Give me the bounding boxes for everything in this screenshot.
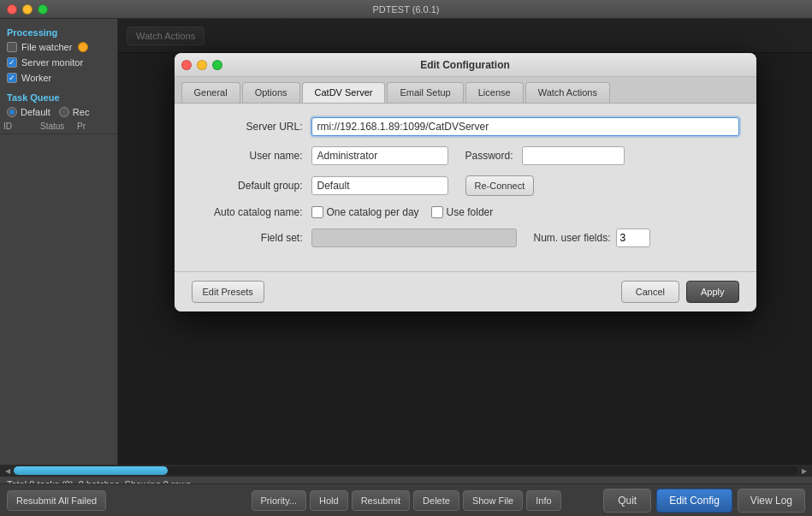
auto-catalog-row: Auto catalog name: One catalog per day U…: [192, 206, 739, 218]
close-button[interactable]: [7, 4, 17, 15]
edit-config-button[interactable]: Edit Config: [656, 489, 732, 513]
quit-button[interactable]: Quit: [603, 489, 651, 513]
footer-right: Quit Edit Config View Log: [603, 489, 805, 513]
dialog-minimize-button[interactable]: [197, 60, 207, 70]
scrollbar-thumb[interactable]: [14, 466, 168, 475]
task-queue-section-label: Task Queue: [0, 86, 117, 105]
checkbox-group: One catalog per day Use folder: [311, 206, 494, 218]
one-catalog-checkbox[interactable]: [311, 206, 323, 218]
tab-license[interactable]: License: [465, 82, 524, 103]
queue-col-pr: Pr: [77, 122, 114, 131]
dialog-tabs: General Options CatDV Server Email Setup…: [175, 77, 756, 104]
hold-button[interactable]: Hold: [310, 490, 348, 511]
auto-catalog-label: Auto catalog name:: [192, 206, 303, 218]
server-url-label: Server URL:: [192, 121, 303, 133]
tab-email-setup[interactable]: Email Setup: [387, 82, 463, 103]
worker-label: Worker: [21, 73, 51, 83]
sidebar-item-file-watcher[interactable]: File watcher: [0, 39, 117, 55]
resubmit-all-failed-button[interactable]: Resubmit All Failed: [7, 490, 106, 511]
use-folder-item: Use folder: [431, 206, 494, 218]
password-label: Password:: [465, 150, 513, 162]
scrollbar-track[interactable]: [14, 466, 798, 475]
server-monitor-label: Server monitor: [21, 57, 83, 68]
server-url-row: Server URL:: [192, 117, 739, 136]
footer-left: Resubmit All Failed: [7, 490, 106, 511]
file-watcher-status-dot: [78, 42, 88, 52]
maximize-button[interactable]: [38, 4, 48, 15]
server-monitor-checkbox[interactable]: ✓: [7, 57, 17, 68]
priority-button[interactable]: Priority...: [251, 490, 306, 511]
edit-config-dialog: Edit Configuration General Options CatDV…: [175, 53, 756, 311]
dialog-footer: Edit Presets Cancel Apply: [175, 271, 756, 311]
default-radio[interactable]: [7, 107, 17, 117]
worker-checkbox[interactable]: ✓: [7, 73, 17, 83]
minimize-button[interactable]: [22, 4, 33, 15]
one-catalog-label: One catalog per day: [327, 206, 419, 218]
queue-radio-row: Default Rec: [0, 105, 117, 119]
processing-section-label: Processing: [0, 24, 117, 39]
user-name-input[interactable]: [311, 146, 448, 165]
field-set-label: Field set:: [192, 232, 303, 244]
tab-general[interactable]: General: [181, 82, 240, 103]
num-user-fields-label: Num. user fields:: [534, 232, 611, 244]
rec-radio[interactable]: [59, 107, 69, 117]
modal-overlay: Edit Configuration General Options CatDV…: [118, 19, 812, 465]
default-label: Default: [21, 107, 50, 117]
dialog-maximize-button[interactable]: [212, 60, 222, 70]
queue-header: ID Status Pr: [0, 119, 117, 134]
show-file-button[interactable]: Show File: [463, 490, 523, 511]
dialog-title: Edit Configuration: [420, 59, 510, 71]
dialog-window-controls[interactable]: [181, 60, 222, 70]
sidebar-item-server-monitor[interactable]: ✓ Server monitor: [0, 55, 117, 70]
apply-button[interactable]: Apply: [686, 281, 739, 303]
username-row: User name: Password:: [192, 146, 739, 165]
tab-options[interactable]: Options: [242, 82, 300, 103]
edit-presets-button[interactable]: Edit Presets: [192, 281, 264, 303]
bottom-area: ◀ ▶ Total 0 tasks (0), 0 batches. Showin…: [0, 465, 812, 516]
view-log-button[interactable]: View Log: [738, 489, 805, 513]
use-folder-checkbox[interactable]: [431, 206, 443, 218]
queue-col-id: ID: [3, 122, 40, 131]
use-folder-label: Use folder: [447, 206, 494, 218]
title-bar: PDTEST (6.0.1): [0, 0, 812, 19]
one-catalog-item: One catalog per day: [311, 206, 419, 218]
scrollbar-row: ◀ ▶: [0, 465, 812, 477]
rec-label: Rec: [73, 107, 90, 117]
tab-catdv-server[interactable]: CatDV Server: [302, 82, 386, 103]
dialog-body: Server URL: User name: Password: Default…: [175, 104, 756, 271]
default-group-row: Default group: Re-Connect: [192, 175, 739, 196]
info-button[interactable]: Info: [526, 490, 560, 511]
password-input[interactable]: [522, 146, 625, 165]
queue-col-status: Status: [40, 122, 77, 131]
footer-right: Cancel Apply: [621, 281, 739, 303]
user-name-label: User name:: [192, 150, 303, 162]
sidebar: Processing File watcher ✓ Server monitor…: [0, 19, 118, 465]
main-content: Processing File watcher ✓ Server monitor…: [0, 19, 812, 465]
file-watcher-label: File watcher: [21, 42, 72, 52]
scroll-left-arrow[interactable]: ◀: [2, 466, 14, 475]
cancel-button[interactable]: Cancel: [621, 281, 679, 303]
resubmit-button[interactable]: Resubmit: [352, 490, 410, 511]
right-area: Watch Actions Edit Configuration General: [118, 19, 812, 465]
num-user-fields-input[interactable]: [616, 228, 650, 247]
field-set-row: Field set: Num. user fields:: [192, 228, 739, 247]
field-set-input[interactable]: [311, 228, 517, 247]
default-group-label: Default group:: [192, 180, 303, 192]
file-watcher-checkbox[interactable]: [7, 42, 17, 52]
main-footer: Resubmit All Failed Priority... Hold Res…: [0, 483, 812, 516]
default-group-input[interactable]: [311, 176, 448, 195]
dialog-close-button[interactable]: [181, 60, 192, 70]
window-controls[interactable]: [7, 4, 48, 15]
middle-actions: Priority... Hold Resubmit Delete Show Fi…: [251, 490, 560, 511]
server-url-input[interactable]: [311, 117, 739, 136]
tab-watch-actions[interactable]: Watch Actions: [525, 82, 610, 103]
window-title: PDTEST (6.0.1): [372, 4, 439, 15]
scroll-right-arrow[interactable]: ▶: [798, 466, 810, 475]
delete-button[interactable]: Delete: [413, 490, 459, 511]
sidebar-item-worker[interactable]: ✓ Worker: [0, 70, 117, 86]
reconnect-button[interactable]: Re-Connect: [465, 175, 535, 196]
num-fields-row: Num. user fields:: [534, 228, 650, 247]
dialog-titlebar: Edit Configuration: [175, 53, 756, 77]
